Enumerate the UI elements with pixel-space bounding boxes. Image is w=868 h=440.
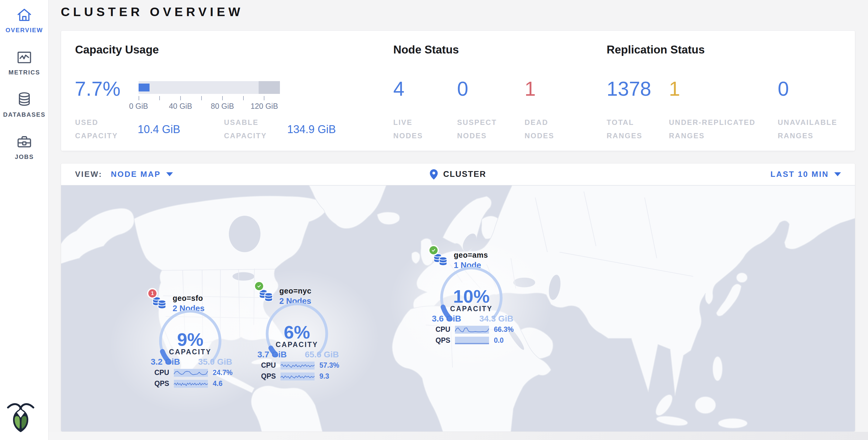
breadcrumb-cluster[interactable]: CLUSTER <box>443 169 486 179</box>
locality-ams[interactable]: geo=ams 1 Node 10% CAPACITY 3.6 GiB 34.3… <box>429 245 520 349</box>
under-replicated-ranges-label: UNDER-REPLICATED RANGES <box>669 116 772 143</box>
capacity-bar-track <box>138 81 280 94</box>
node-status-title: Node Status <box>393 43 459 56</box>
sidebar-item-databases[interactable]: DATABASES <box>0 86 49 118</box>
locality-sfo[interactable]: 1 geo=sfo 2 Nodes 9% CAPACITY 3.2 GiB <box>148 288 239 392</box>
cpu-label: CPU <box>261 361 279 370</box>
cpu-label: CPU <box>154 369 172 377</box>
sidebar-label-metrics: METRICS <box>0 69 49 76</box>
home-icon <box>16 6 33 24</box>
cpu-sparkline <box>455 326 489 334</box>
cpu-value: 57.3% <box>319 361 339 370</box>
tick-label: 40 GiB <box>169 102 192 111</box>
healthy-badge <box>255 282 263 290</box>
dead-nodes-value: 1 <box>525 79 536 99</box>
time-range-selector[interactable]: LAST 10 MIN <box>770 169 841 179</box>
capacity-used: 3.2 GiB <box>151 357 180 367</box>
sidebar-item-overview[interactable]: OVERVIEW <box>0 2 49 34</box>
qps-value: 0.0 <box>494 336 504 345</box>
world-map[interactable]: 1 geo=sfo 2 Nodes 9% CAPACITY 3.2 GiB <box>61 185 855 432</box>
chevron-down-icon[interactable] <box>834 172 841 176</box>
page-bottom-strip <box>0 432 868 440</box>
capacity-bar-ticks <box>138 96 265 100</box>
unavailable-ranges-value: 0 <box>778 79 789 99</box>
sidebar: OVERVIEW METRICS DATABASES JOBS <box>0 0 49 440</box>
used-capacity-label: USED CAPACITY <box>75 116 127 143</box>
cpu-sparkline <box>281 362 315 370</box>
sidebar-label-databases: DATABASES <box>0 111 49 118</box>
map-pin-icon <box>430 169 438 180</box>
metrics-icon <box>16 48 33 66</box>
capacity-percent: 6% <box>264 322 330 343</box>
cpu-value: 24.7% <box>213 369 232 377</box>
capacity-used: 3.6 GiB <box>432 314 461 324</box>
usable-capacity-value: 134.9 GiB <box>287 123 336 136</box>
view-selector[interactable]: NODE MAP <box>111 169 161 179</box>
capacity-total: 35.0 GiB <box>198 357 232 367</box>
capacity-label: CAPACITY <box>157 348 224 356</box>
locality-nyc[interactable]: geo=nyc 2 Nodes 6% CAPACITY 3.7 GiB 65.6… <box>254 280 346 385</box>
cpu-label: CPU <box>436 325 453 334</box>
replication-status-title: Replication Status <box>607 43 705 56</box>
qps-sparkline <box>455 337 489 345</box>
capacity-total: 65.6 GiB <box>305 350 339 359</box>
cockroachdb-logo <box>5 399 36 431</box>
tick-label: 0 GiB <box>129 102 148 111</box>
under-replicated-ranges-value: 1 <box>669 79 680 99</box>
dead-node-badge: 1 <box>148 289 157 297</box>
capacity-bar: 0 GiB 40 GiB 80 GiB 120 GiB <box>138 81 280 111</box>
briefcase-icon <box>16 133 33 150</box>
sidebar-label-jobs: JOBS <box>0 153 49 160</box>
cluster-summary-card: Capacity Usage 7.7% 0 GiB 40 GiB 80 GiB … <box>61 30 855 151</box>
capacity-bar-tick-labels: 0 GiB 40 GiB 80 GiB 120 GiB <box>138 102 265 111</box>
map-toolbar: VIEW: NODE MAP CLUSTER LAST 10 MIN <box>61 163 855 185</box>
healthy-badge <box>429 246 438 254</box>
capacity-percent: 9% <box>157 329 224 350</box>
page-title: CLUSTER OVERVIEW <box>61 5 243 19</box>
qps-sparkline <box>281 373 315 380</box>
total-ranges-label: TOTAL RANGES <box>607 116 658 143</box>
nodes-stack-icon <box>432 253 448 268</box>
node-map-card: VIEW: NODE MAP CLUSTER LAST 10 MIN <box>61 163 855 432</box>
unavailable-ranges-label: UNAVAILABLE RANGES <box>778 116 851 143</box>
qps-label: QPS <box>436 336 453 345</box>
locality-name[interactable]: geo=ams <box>454 251 488 259</box>
dead-node-count: 1 <box>151 290 154 296</box>
chevron-down-icon[interactable] <box>166 172 173 176</box>
qps-label: QPS <box>261 372 279 380</box>
dead-nodes-label: DEAD NODES <box>525 116 576 143</box>
tick-label: 120 GiB <box>250 102 278 111</box>
cpu-value: 66.3% <box>494 325 514 334</box>
qps-label: QPS <box>154 380 172 388</box>
total-ranges-value: 1378 <box>607 79 651 99</box>
sidebar-item-metrics[interactable]: METRICS <box>0 44 49 76</box>
capacity-label: CAPACITY <box>264 341 330 349</box>
locality-name[interactable]: geo=nyc <box>279 287 312 295</box>
nodes-stack-icon <box>258 288 274 304</box>
capacity-total: 34.3 GiB <box>479 314 513 324</box>
used-capacity-value: 10.4 GiB <box>138 123 180 136</box>
qps-value: 9.3 <box>319 372 329 380</box>
check-icon <box>256 284 262 289</box>
capacity-usage-title: Capacity Usage <box>75 43 159 56</box>
sidebar-label-overview: OVERVIEW <box>0 27 49 34</box>
view-label: VIEW: <box>75 169 102 179</box>
suspect-nodes-value: 0 <box>457 79 468 99</box>
capacity-percent: 10% <box>438 286 505 307</box>
capacity-bar-other-segment <box>259 81 280 94</box>
capacity-bar-used-fill <box>138 84 150 91</box>
cpu-sparkline <box>174 369 208 377</box>
capacity-label: CAPACITY <box>438 305 505 313</box>
sidebar-item-jobs[interactable]: JOBS <box>0 129 49 160</box>
locality-name[interactable]: geo=sfo <box>173 294 203 303</box>
time-range-value[interactable]: LAST 10 MIN <box>770 169 829 179</box>
nodes-stack-icon <box>151 296 167 311</box>
suspect-nodes-label: SUSPECT NODES <box>457 116 512 143</box>
live-nodes-label: LIVE NODES <box>393 116 445 143</box>
live-nodes-value: 4 <box>393 79 405 99</box>
check-icon <box>431 248 436 253</box>
qps-sparkline <box>174 380 208 388</box>
tick-label: 80 GiB <box>211 102 234 111</box>
usable-capacity-label: USABLE CAPACITY <box>224 116 276 143</box>
capacity-used-percent: 7.7% <box>75 79 120 99</box>
